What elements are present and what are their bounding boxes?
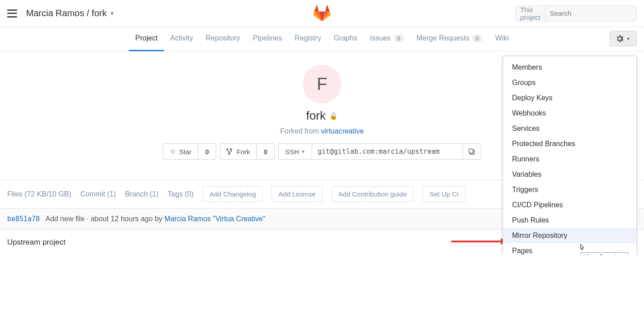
search-scope[interactable]: This project	[516, 6, 545, 21]
commit-author[interactable]: Marcia Ramos "Virtua Creative"	[164, 215, 265, 223]
search-bar[interactable]: This project	[515, 5, 637, 22]
stat-branch[interactable]: Branch (1)	[125, 190, 159, 198]
search-input[interactable]	[545, 9, 640, 17]
breadcrumb-sep: /	[86, 8, 89, 18]
dropdown-item-push-rules[interactable]: Push Rules	[503, 213, 636, 228]
project-avatar: F	[303, 65, 341, 103]
dropdown-item-runners[interactable]: Runners	[503, 152, 636, 167]
lock-icon: 🔒	[329, 112, 338, 120]
badge: 0	[472, 35, 482, 42]
chevron-down-icon: ▼	[626, 36, 630, 41]
forked-from-link[interactable]: virtuacreative	[321, 127, 364, 135]
tab-pipelines[interactable]: Pipelines	[246, 27, 288, 51]
breadcrumb-project: fork	[92, 8, 107, 18]
badge: 0	[394, 35, 404, 42]
gear-icon	[616, 35, 623, 42]
dropdown-item-groups[interactable]: Groups	[503, 75, 636, 90]
tab-activity[interactable]: Activity	[164, 27, 200, 51]
project-tabs: ProjectActivityRepositoryPipelinesRegist…	[129, 27, 515, 51]
breadcrumb-owner: Marcia Ramos	[26, 8, 84, 18]
dropdown-item-deploy-keys[interactable]: Deploy Keys	[503, 90, 636, 106]
star-icon: ☆	[170, 147, 176, 156]
dropdown-item-services[interactable]: Services	[503, 121, 636, 136]
breadcrumb[interactable]: Marcia Ramos / fork ▼	[26, 8, 115, 18]
dropdown-item-ci-cd-pipelines[interactable]: CI/CD Pipelines	[503, 197, 636, 213]
dropdown-item-webhooks[interactable]: Webhooks	[503, 106, 636, 121]
fork-button[interactable]: Fork	[220, 143, 257, 160]
clone-protocol-select[interactable]: SSH ▼	[278, 143, 312, 160]
fork-count[interactable]: 0	[257, 143, 275, 160]
clone-url-input[interactable]	[312, 143, 463, 160]
commit-sha[interactable]: be851a78	[7, 215, 40, 223]
chevron-down-icon: ▼	[109, 10, 115, 17]
commit-time: about 12 hours ago	[91, 215, 153, 223]
stat-tags[interactable]: Tags (0)	[168, 190, 194, 198]
tab-project[interactable]: Project	[129, 27, 164, 51]
dropdown-item-triggers[interactable]: Triggers	[503, 182, 636, 197]
project-name: fork 🔒	[306, 109, 338, 123]
tab-registry[interactable]: Registry	[288, 27, 327, 51]
tab-repository[interactable]: Repository	[200, 27, 246, 51]
svg-rect-3	[469, 149, 473, 153]
tab-merge-requests[interactable]: Merge Requests0	[410, 27, 489, 51]
add-contribution-guide-button[interactable]: Add Contribution guide	[331, 186, 414, 202]
fork-icon	[227, 148, 233, 155]
settings-gear-button[interactable]: ▼	[610, 31, 637, 46]
search-icon	[640, 9, 644, 18]
dropdown-item-members[interactable]: Members	[503, 60, 636, 75]
dropdown-item-mirror-repository[interactable]: Mirror Repository	[503, 228, 636, 243]
setup-ci-button[interactable]: Set Up CI	[422, 186, 465, 202]
dropdown-item-protected-branches[interactable]: Protected Branches	[503, 136, 636, 152]
stat-commit[interactable]: Commit (1)	[80, 190, 116, 198]
copy-icon	[468, 148, 475, 155]
copy-url-button[interactable]	[463, 143, 481, 160]
tab-issues[interactable]: Issues0	[363, 27, 410, 51]
commit-message: Add new file	[45, 215, 85, 223]
star-count[interactable]: 0	[198, 143, 216, 160]
hamburger-menu[interactable]	[7, 9, 17, 18]
dropdown-item-pages[interactable]: Pages	[503, 243, 636, 255]
add-changelog-button[interactable]: Add Changelog	[203, 186, 263, 202]
tab-wiki[interactable]: Wiki	[489, 27, 515, 51]
gitlab-logo[interactable]	[313, 4, 331, 22]
chevron-down-icon: ▼	[301, 149, 305, 154]
settings-dropdown: MembersGroupsDeploy KeysWebhooksServices…	[503, 56, 637, 255]
dropdown-item-variables[interactable]: Variables	[503, 167, 636, 182]
add-license-button[interactable]: Add License	[272, 186, 322, 202]
star-button[interactable]: ☆ Star	[163, 143, 199, 160]
stat-files[interactable]: Files (72 KB/10 GB)	[7, 190, 71, 198]
tab-graphs[interactable]: Graphs	[327, 27, 363, 51]
